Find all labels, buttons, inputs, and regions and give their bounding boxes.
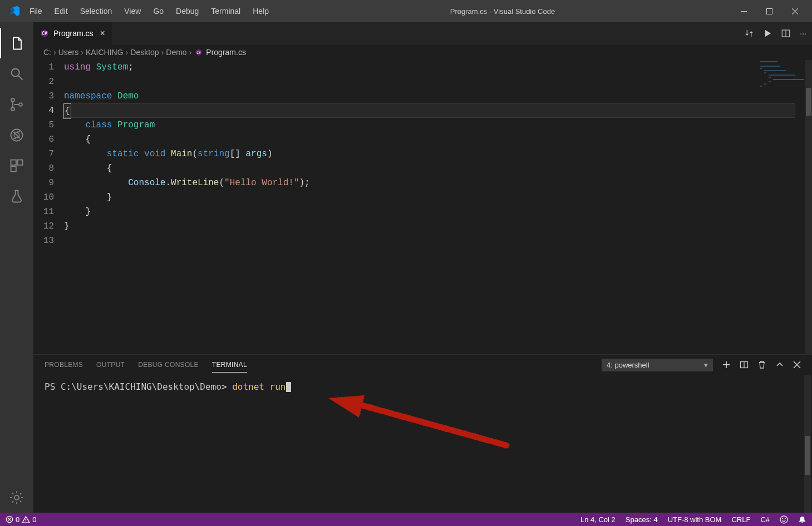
svg-text:C#: C# (42, 31, 47, 36)
menu-go[interactable]: Go (147, 3, 169, 19)
activity-bar (0, 22, 33, 513)
svg-point-23 (26, 521, 27, 522)
menu-edit[interactable]: Edit (49, 3, 73, 19)
menu-help[interactable]: Help (247, 3, 274, 19)
tab-program-cs[interactable]: C# Program.cs × (33, 22, 112, 44)
breadcrumb-part[interactable]: KAICHING (86, 48, 124, 57)
svg-rect-1 (766, 8, 772, 14)
status-feedback-icon[interactable] (780, 515, 788, 524)
annotation-arrow-icon (323, 393, 518, 459)
tab-problems[interactable]: PROBLEMS (45, 358, 83, 372)
status-bell-icon[interactable] (798, 515, 806, 524)
svg-line-19 (356, 404, 506, 445)
breadcrumbs[interactable]: C:› Users› KAICHING› Desktop› Demo› C# P… (33, 44, 812, 60)
svg-point-5 (11, 107, 14, 111)
svg-point-25 (782, 518, 783, 519)
split-editor-icon[interactable] (781, 28, 791, 38)
window-controls (731, 0, 808, 22)
editor-actions: ··· (744, 22, 812, 44)
close-button[interactable] (782, 0, 808, 22)
breadcrumb-part[interactable]: Desktop (130, 48, 159, 57)
code-editor[interactable]: 1234 5678 910111213 using System; namesp… (33, 60, 812, 354)
breadcrumb-part[interactable]: Program.cs (206, 48, 246, 57)
tab-label: Program.cs (53, 29, 93, 38)
close-icon[interactable]: × (100, 28, 105, 38)
debug-icon[interactable] (0, 120, 33, 150)
svg-text:C#: C# (197, 51, 201, 54)
terminal-scrollbar[interactable] (804, 375, 811, 513)
status-errors[interactable]: 0 (6, 515, 19, 524)
title-bar: File Edit Selection View Go Debug Termin… (0, 0, 812, 22)
status-encoding[interactable]: UTF-8 with BOM (668, 515, 722, 524)
terminal-cursor (286, 382, 291, 392)
panel-tabs: PROBLEMS OUTPUT DEBUG CONSOLE TERMINAL 4… (33, 355, 812, 375)
new-terminal-icon[interactable] (722, 360, 731, 369)
kill-terminal-icon[interactable] (757, 360, 766, 369)
split-terminal-icon[interactable] (740, 360, 749, 369)
status-eol[interactable]: CRLF (731, 515, 750, 524)
maximize-button[interactable] (756, 0, 782, 22)
terminal-command: dotnet run (232, 381, 286, 392)
svg-rect-9 (11, 160, 16, 165)
svg-point-6 (19, 103, 22, 106)
svg-line-3 (19, 76, 23, 80)
vscode-logo-icon (4, 5, 24, 17)
line-gutter: 1234 5678 910111213 (33, 60, 64, 354)
menu-file[interactable]: File (24, 3, 48, 19)
svg-point-26 (785, 518, 786, 519)
menu-view[interactable]: View (119, 3, 146, 19)
tab-terminal[interactable]: TERMINAL (212, 358, 247, 373)
compare-changes-icon[interactable] (744, 28, 754, 38)
svg-point-4 (11, 98, 14, 101)
svg-rect-10 (17, 160, 22, 165)
status-warnings[interactable]: 0 (22, 515, 36, 524)
breadcrumb-part[interactable]: Demo (166, 48, 186, 57)
editor-area: C# Program.cs × ··· C:› Users› KAICHING›… (33, 22, 812, 513)
status-line-col[interactable]: Ln 4, Col 2 (580, 515, 616, 524)
menu-bar: File Edit Selection View Go Debug Termin… (24, 3, 274, 19)
minimize-button[interactable] (731, 0, 756, 22)
tab-output[interactable]: OUTPUT (96, 358, 125, 372)
maximize-panel-icon[interactable] (775, 360, 784, 369)
bottom-panel: PROBLEMS OUTPUT DEBUG CONSOLE TERMINAL 4… (33, 354, 812, 513)
explorer-icon[interactable] (0, 28, 33, 58)
svg-point-2 (12, 68, 19, 76)
terminal-selector[interactable]: 4: powershell (602, 359, 713, 371)
code-content[interactable]: using System; namespace Demo { class Pro… (64, 60, 812, 354)
svg-rect-0 (741, 11, 747, 12)
close-panel-icon[interactable] (793, 361, 801, 369)
window-title: Program.cs - Visual Studio Code (274, 7, 731, 16)
svg-marker-20 (328, 395, 365, 418)
settings-gear-icon[interactable] (0, 482, 33, 513)
source-control-icon[interactable] (0, 89, 33, 120)
status-language[interactable]: C# (760, 515, 770, 524)
search-icon[interactable] (0, 58, 33, 89)
test-icon[interactable] (0, 181, 33, 211)
status-bar: 0 0 Ln 4, Col 2 Spaces: 4 UTF-8 with BOM… (0, 513, 812, 526)
breadcrumb-part[interactable]: C: (43, 48, 51, 57)
editor-tabs: C# Program.cs × ··· (33, 22, 812, 44)
csharp-file-icon: C# (40, 29, 49, 38)
breadcrumb-part[interactable]: Users (58, 48, 79, 57)
status-spaces[interactable]: Spaces: 4 (626, 515, 658, 524)
menu-debug[interactable]: Debug (170, 3, 204, 19)
terminal-content[interactable]: PS C:\Users\KAICHING\Desktop\Demo> dotne… (33, 375, 812, 513)
svg-rect-11 (11, 166, 16, 171)
menu-selection[interactable]: Selection (75, 3, 118, 19)
terminal-prompt: PS C:\Users\KAICHING\Desktop\Demo> (45, 381, 232, 392)
tab-debug-console[interactable]: DEBUG CONSOLE (138, 358, 199, 372)
svg-point-24 (780, 515, 788, 523)
run-icon[interactable] (763, 29, 772, 38)
menu-terminal[interactable]: Terminal (205, 3, 246, 19)
svg-point-12 (14, 495, 19, 499)
extensions-icon[interactable] (0, 150, 33, 181)
csharp-file-icon: C# (195, 48, 203, 56)
more-actions-icon[interactable]: ··· (800, 29, 806, 38)
